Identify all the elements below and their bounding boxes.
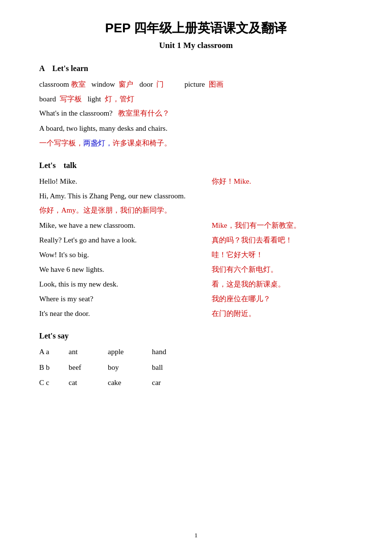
lets-say-header: Let's say: [39, 332, 353, 340]
dialogue-2: Hi, Amy. This is Zhang Peng, our new cla…: [39, 189, 353, 203]
dialogue-7: Look, this is my new desk. 看，这是我的新课桌。: [39, 277, 353, 291]
classroom-answer-zh: 一个写字板，两盏灯，许多课桌和椅子。: [39, 136, 353, 150]
main-title: PEP 四年级上册英语课文及翻译: [39, 20, 353, 37]
section-lets-learn: A Let's learn classroom 教室 window 窗户 doo…: [39, 64, 353, 150]
lets-learn-header: A Let's learn: [39, 64, 353, 73]
vocab-board: board 写字板: [39, 92, 82, 106]
say-row-c: C c cat cake car: [39, 375, 353, 391]
say-row-a: A a ant apple hand: [39, 344, 353, 360]
page-number: 1: [39, 531, 353, 539]
vocab-line-2: board 写字板 light 灯，管灯: [39, 92, 353, 106]
vocab-line-1: classroom 教室 window 窗户 door 门 picture 图画: [39, 77, 353, 92]
vocab-window: window 窗户: [92, 77, 134, 92]
dialogue-3: Mike, we have a new classroom. Mike，我们有一…: [39, 218, 353, 233]
dialogue-5: Wow! It's so big. 哇！它好大呀！: [39, 247, 353, 262]
section-lets-say: Let's say A a ant apple hand B b beef bo…: [39, 332, 353, 391]
vocab-door: door 门: [139, 77, 164, 92]
vocab-light: light 灯，管灯: [88, 92, 134, 106]
dialogue-2-zh: 你好，Amy。这是张朋，我们的新同学。: [39, 203, 353, 217]
dialogue-1: Hello! Mike. 你好！Mike.: [39, 174, 353, 189]
say-row-b: B b beef boy ball: [39, 360, 353, 376]
vocab-classroom: classroom 教室: [39, 77, 86, 92]
dialogue-8: Where is my seat? 我的座位在哪儿？: [39, 291, 353, 306]
dialogue-6: We have 6 new lights. 我们有六个新电灯。: [39, 262, 353, 277]
classroom-answer: A board, two lights, many desks and chai…: [39, 121, 353, 136]
dialogue-9: It's near the door. 在门的附近。: [39, 306, 353, 321]
unit-title: Unit 1 My classroom: [39, 41, 353, 50]
classroom-question: What's in the classroom? 教室里有什么？: [39, 106, 353, 120]
section-lets-talk: Let's talk Hello! Mike. 你好！Mike. Hi, Amy…: [39, 161, 353, 321]
lets-talk-header: Let's talk: [39, 161, 353, 170]
vocab-picture: picture 图画: [184, 77, 223, 92]
dialogue-4: Really? Let's go and have a look. 真的吗？我们…: [39, 233, 353, 247]
